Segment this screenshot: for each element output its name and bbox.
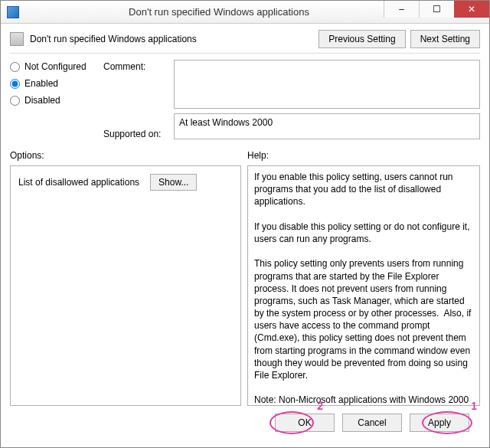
ok-button[interactable]: OK — [275, 414, 335, 432]
maximize-icon: ☐ — [433, 4, 441, 15]
titlebar: Don't run specified Windows applications… — [1, 1, 489, 24]
minimize-icon: – — [399, 4, 404, 15]
window-buttons: – ☐ ✕ — [384, 1, 489, 18]
radio-enabled-label: Enabled — [24, 78, 58, 89]
radio-disabled[interactable]: Disabled — [10, 95, 94, 106]
disallowed-list-label: List of disallowed applications — [18, 177, 139, 188]
radio-not-configured-input[interactable] — [10, 62, 20, 72]
state-radios: Not Configured Enabled Disabled — [10, 60, 94, 139]
apply-button[interactable]: Apply — [410, 414, 469, 432]
options-label: Options: — [10, 150, 247, 161]
supported-on-value: At least Windows 2000 — [179, 117, 273, 128]
minimize-button[interactable]: – — [384, 1, 419, 18]
radio-not-configured-label: Not Configured — [24, 61, 87, 72]
close-button[interactable]: ✕ — [454, 1, 489, 18]
supported-on-label: Supported on: — [103, 124, 165, 139]
comment-textarea[interactable] — [174, 60, 480, 109]
close-icon: ✕ — [468, 4, 475, 15]
comment-label: Comment: — [103, 60, 165, 72]
options-panel: List of disallowed applications Show... — [10, 165, 241, 406]
previous-setting-button[interactable]: Previous Setting — [318, 30, 405, 48]
radio-disabled-input[interactable] — [10, 96, 20, 106]
help-panel[interactable]: If you enable this policy setting, users… — [247, 165, 480, 406]
header-row: Don't run specified Windows applications… — [10, 30, 480, 48]
show-button[interactable]: Show... — [150, 174, 197, 191]
radio-not-configured[interactable]: Not Configured — [10, 61, 94, 72]
help-label: Help: — [247, 150, 269, 161]
next-setting-button[interactable]: Next Setting — [410, 30, 480, 48]
policy-icon — [10, 32, 24, 46]
divider — [10, 53, 480, 54]
radio-disabled-label: Disabled — [24, 95, 60, 106]
supported-on-box[interactable]: At least Windows 2000 — [174, 113, 480, 139]
policy-title: Don't run specified Windows applications — [30, 34, 197, 44]
dialog-footer: OK Cancel Apply 2 1 — [10, 406, 480, 437]
radio-enabled[interactable]: Enabled — [10, 78, 94, 89]
radio-enabled-input[interactable] — [10, 79, 20, 89]
app-icon — [7, 6, 19, 18]
help-text: If you enable this policy setting, users… — [254, 172, 474, 406]
cancel-button[interactable]: Cancel — [342, 414, 402, 432]
maximize-button[interactable]: ☐ — [419, 1, 454, 18]
